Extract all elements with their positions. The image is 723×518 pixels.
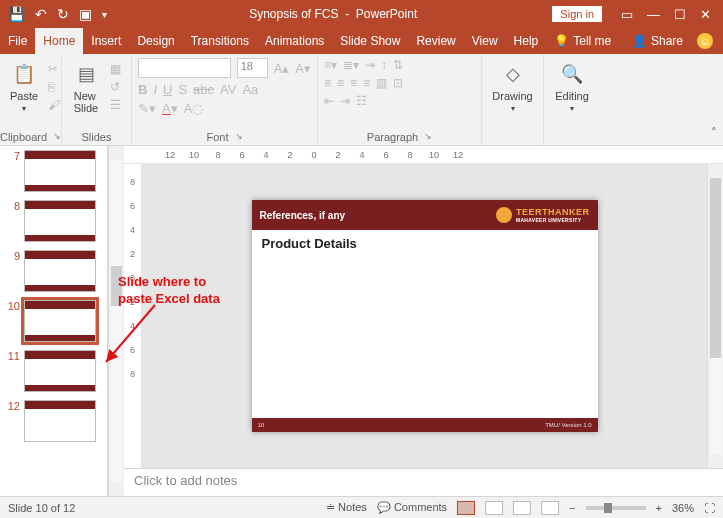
tab-file[interactable]: File — [0, 28, 35, 54]
zoom-out-icon[interactable]: − — [569, 502, 575, 514]
clear-format-icon[interactable]: A◌ — [184, 101, 204, 116]
current-slide[interactable]: References, if any TEERTHANKER MAHAVEER … — [252, 200, 598, 432]
slide-canvas[interactable]: References, if any TEERTHANKER MAHAVEER … — [142, 164, 707, 468]
align-center-icon[interactable]: ≡ — [337, 76, 344, 90]
bold-icon[interactable]: B — [138, 82, 147, 97]
font-family-combo[interactable] — [138, 58, 231, 78]
view-normal-icon[interactable] — [457, 501, 475, 515]
slide-title[interactable]: Product Details — [262, 236, 357, 251]
slide-thumb-7[interactable] — [24, 150, 96, 192]
find-icon: 🔍 — [558, 60, 586, 88]
comments-toggle[interactable]: 💬 Comments — [377, 501, 447, 514]
zoom-slider[interactable] — [586, 506, 646, 510]
start-slideshow-icon[interactable]: ▣ — [79, 6, 92, 22]
format-painter-icon: 🖌 — [48, 98, 60, 112]
slide-thumb-8[interactable] — [24, 200, 96, 242]
slide-page-number: 10 — [258, 422, 265, 428]
indent-dec-icon[interactable]: ⇤ — [324, 94, 334, 108]
zoom-value[interactable]: 36% — [672, 502, 694, 514]
slide-thumb-9[interactable] — [24, 250, 96, 292]
paste-button[interactable]: 📋 Paste ▾ — [6, 58, 42, 115]
paragraph-launcher-icon[interactable]: ↘ — [424, 131, 432, 143]
underline-icon[interactable]: U — [163, 82, 172, 97]
brand-logo: TEERTHANKER MAHAVEER UNIVERSITY — [496, 207, 590, 223]
sign-in-button[interactable]: Sign in — [551, 5, 603, 23]
tell-me[interactable]: 💡 Tell me — [546, 28, 619, 54]
reset-icon[interactable]: ↺ — [110, 80, 121, 94]
slide-thumb-11[interactable] — [24, 350, 96, 392]
numbering-icon[interactable]: ≣▾ — [343, 58, 359, 72]
share-button[interactable]: Share — [651, 34, 683, 48]
qat-more-icon[interactable]: ▾ — [102, 9, 107, 20]
shadow-icon[interactable]: S — [178, 82, 187, 97]
close-icon[interactable]: ✕ — [700, 7, 711, 22]
zoom-in-icon[interactable]: + — [656, 502, 662, 514]
minimize-icon[interactable]: — — [647, 7, 660, 22]
copy-icon: ⎘ — [48, 80, 60, 94]
indent-inc-icon[interactable]: ⇥ — [340, 94, 350, 108]
group-font: Font — [206, 131, 228, 143]
increase-font-icon[interactable]: A▴ — [274, 61, 290, 76]
crest-icon — [496, 207, 512, 223]
lightbulb-icon: 💡 — [554, 34, 569, 48]
editor-scrollbar[interactable] — [707, 164, 723, 468]
save-icon[interactable]: 💾 — [8, 6, 25, 22]
spacing-icon[interactable]: AV — [220, 82, 236, 97]
tab-transitions[interactable]: Transitions — [183, 28, 257, 54]
decrease-font-icon[interactable]: A▾ — [295, 61, 311, 76]
align-text-icon[interactable]: ⊡ — [393, 76, 403, 90]
tab-animations[interactable]: Animations — [257, 28, 332, 54]
text-direction-icon[interactable]: ⇅ — [393, 58, 403, 72]
line-spacing-icon[interactable]: ↕ — [381, 58, 387, 72]
tab-slideshow[interactable]: Slide Show — [332, 28, 408, 54]
view-reading-icon[interactable] — [513, 501, 531, 515]
list-level-icon[interactable]: ⇥ — [365, 58, 375, 72]
ribbon-display-icon[interactable]: ▭ — [621, 7, 633, 22]
fit-to-window-icon[interactable]: ⛶ — [704, 502, 715, 514]
view-slideshow-icon[interactable] — [541, 501, 559, 515]
notes-pane[interactable]: Click to add notes — [124, 468, 723, 496]
change-case-icon[interactable]: Aa — [242, 82, 258, 97]
zoom-knob[interactable] — [604, 503, 612, 513]
maximize-icon[interactable]: ☐ — [674, 7, 686, 22]
feedback-smiley-icon[interactable]: ☺ — [697, 33, 713, 49]
italic-icon[interactable]: I — [153, 82, 157, 97]
clipboard-launcher-icon[interactable]: ↘ — [53, 131, 61, 143]
columns-icon[interactable]: ▥ — [376, 76, 387, 90]
horizontal-ruler: 12108642024681012 — [124, 146, 723, 164]
slide-thumb-10[interactable] — [24, 300, 96, 342]
thumb-num: 7 — [6, 150, 20, 162]
slide-thumbnail-panel[interactable]: 7 8 9 10 11 12 — [0, 146, 108, 496]
editing-button[interactable]: 🔍 Editing ▾ — [550, 58, 594, 115]
status-slide-count: Slide 10 of 12 — [8, 502, 75, 514]
tab-home[interactable]: Home — [35, 28, 83, 54]
annotation-arrow-icon — [100, 300, 160, 380]
highlight-icon[interactable]: ✎▾ — [138, 101, 156, 116]
redo-icon[interactable]: ↻ — [57, 6, 69, 22]
notes-toggle[interactable]: ≐ Notes — [326, 501, 367, 514]
view-sorter-icon[interactable] — [485, 501, 503, 515]
align-left-icon[interactable]: ≡ — [324, 76, 331, 90]
tab-view[interactable]: View — [464, 28, 506, 54]
slide-thumb-12[interactable] — [24, 400, 96, 442]
shapes-icon: ◇ — [499, 60, 527, 88]
undo-icon[interactable]: ↶ — [35, 6, 47, 22]
smartart-icon[interactable]: ☷ — [356, 94, 367, 108]
tab-review[interactable]: Review — [408, 28, 463, 54]
tab-help[interactable]: Help — [506, 28, 547, 54]
strike-icon[interactable]: abc — [193, 82, 214, 97]
align-right-icon[interactable]: ≡ — [350, 76, 357, 90]
font-color-icon[interactable]: A▾ — [162, 101, 178, 116]
bullets-icon[interactable]: ≡▾ — [324, 58, 337, 72]
justify-icon[interactable]: ≡ — [363, 76, 370, 90]
font-launcher-icon[interactable]: ↘ — [235, 131, 243, 143]
tab-design[interactable]: Design — [129, 28, 182, 54]
font-size-combo[interactable]: 18 — [237, 58, 268, 78]
tab-insert[interactable]: Insert — [83, 28, 129, 54]
layout-icon[interactable]: ▦ — [110, 62, 121, 76]
new-slide-button[interactable]: ▤ New Slide — [68, 58, 104, 116]
section-icon[interactable]: ☰ — [110, 98, 121, 112]
drawing-button[interactable]: ◇ Drawing ▾ — [488, 58, 537, 115]
collapse-ribbon-icon[interactable]: ˄ — [711, 126, 717, 139]
scroll-thumb[interactable] — [710, 178, 721, 358]
